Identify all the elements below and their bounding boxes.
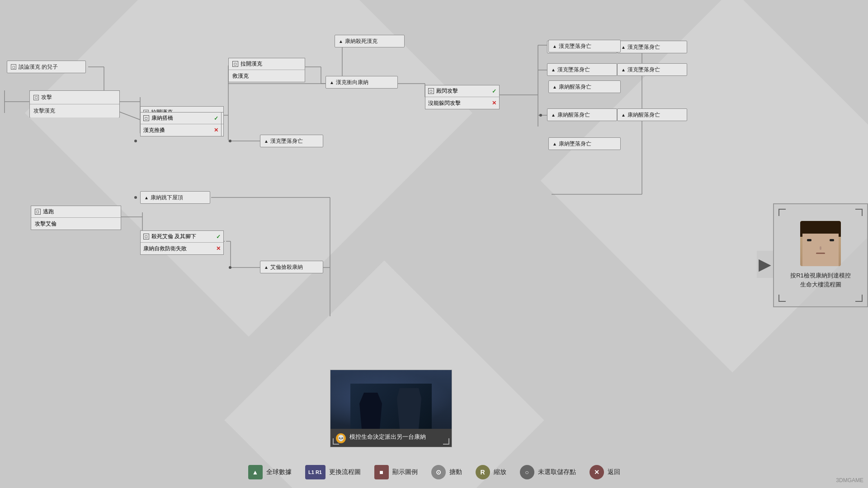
right-panel-text: 按R1檢視康納到達模控生命大樓流程圖 [790,271,851,290]
run-label: 逃跑 [43,208,54,216]
hank-toward-connor-label: 漢克衝向康納 [336,79,368,86]
node-attack-hank: 攻擊漢克 [30,104,119,117]
top-right-label: 漢克墜落身亡 [627,43,660,51]
svg-point-42 [134,140,137,142]
toolbar-item-push[interactable]: ⊙ 搪動 [431,465,462,479]
x-btn[interactable]: ✕ [590,465,604,479]
save-label: 未選取儲存點 [538,468,576,476]
node-run-attack: ◻ 逃跑 攻擊艾倫 [31,206,121,230]
push-label: 搪動 [449,468,462,476]
node-hank-kills-connor: ▲ 漢克墜落身亡 [260,135,323,147]
svg-point-45 [229,266,231,269]
toolbar: ▲ 全球數據 L1 R1 更換流程圖 ■ 顯示圖例 ⊙ 搪動 R 縮放 ○ 未選… [0,456,868,488]
hank-final-label: 漢克墜落身亡 [627,66,660,74]
node-attack: ◻ 攻擊 [30,91,119,104]
toolbar-item-legend[interactable]: ■ 顯示圖例 [374,465,418,479]
toolbar-item-stats[interactable]: ▲ 全球數據 [248,465,292,479]
node-elijah-kills: ▲ 艾倫搶殺康納 [260,261,323,273]
switch-label: 更換流程圖 [329,468,361,476]
bracket-tr [855,209,863,216]
connor-kills-hank-label: 康納殺死漢克 [345,38,377,45]
connor-final-label: 康納醒落身亡 [627,111,660,119]
watermark: 3DMGAME [836,477,863,483]
svg-point-44 [134,196,137,199]
svg-point-43 [229,140,231,142]
back-label: 返回 [608,468,620,476]
next-arrow[interactable]: ▶ [757,251,773,278]
rescue-label: 救漢克 [232,72,249,80]
node-hank-final: ▲ 漢克墜落身亡 [617,63,687,76]
connor-roof-label: 康納跳下屋頂 [151,194,183,202]
lr-btn[interactable]: L1 R1 [305,465,326,479]
kill-elijah-label: 殺死艾倫 及其腳下 [151,233,196,240]
stats-label: 全球數據 [266,468,292,476]
toolbar-item-save[interactable]: ○ 未選取儲存點 [520,465,576,479]
node-connor-final: ▲ 康納醒落身亡 [617,108,687,121]
popup-card: 💀 模控生命決定派出另一台康納 [330,370,452,447]
gang-attack-label: 殿閃攻擊 [436,87,458,95]
bracket-bl [778,295,786,302]
node-discuss-son: ◻ 談論漢克 的兒子 [7,61,86,73]
toolbar-item-zoom[interactable]: R 縮放 [476,465,506,479]
choice-node-1: ◻ 康納搭橋 ✓ 漢克推搡 ✕ [140,112,222,136]
node-connor-fall: ▲ 康納醒落身亡 [547,108,617,121]
node-connor-kills-hank: ▲ 康納殺死漢克 [335,35,405,47]
clock-btn[interactable]: ⊙ [431,465,446,479]
no-dodge-label: 沒能躲閃攻擊 [428,99,461,107]
open-hank-label: 拉開漢克 [241,60,262,68]
choice-node-kill-elijah: ◻ 殺死艾倫 及其腳下 ✓ 康納自救防衛失敗 ✕ [140,230,224,255]
svg-point-46 [539,114,542,117]
legend-label: 顯示圖例 [392,468,418,476]
node-connor-roof: ▲ 康納跳下屋頂 [140,191,210,204]
character-face [800,221,841,266]
triangle-btn[interactable]: ▲ [248,465,263,479]
popup-description: 模控生命決定派出另一台康納 [349,432,426,441]
right-panel: 按R1檢視康納到達模控生命大樓流程圖 [773,203,868,307]
node-discuss-son-label: 談論漢克 的兒子 [19,63,58,71]
node-hank-toward-connor: ▲ 漢克衝向康納 [326,76,398,89]
bracket-br [855,295,863,302]
bracket-tl [778,209,786,216]
circle-btn[interactable]: ○ [520,465,534,479]
self-defense-label: 康納自救防衛失敗 [143,245,187,253]
choice-node-gang: ◻ 殿閃攻擊 ✓ 沒能躲閃攻擊 ✕ [425,85,500,109]
toolbar-item-back[interactable]: ✕ 返回 [590,465,620,479]
choice-persuade-label: 康納搭橋 [151,114,173,122]
hank-kills-connor-label: 漢克墜落身亡 [270,137,303,145]
attack-elijah-label: 攻擊艾倫 [35,220,57,228]
choice-pushback-label: 漢克推搡 [143,127,165,134]
node-top-right: ▲ 漢克墜落身亡 [617,41,687,53]
right-col-nodes: ▲ 漢克墜落身亡 ▲ 康納醒落身亡 ▲ 康納墜落身亡 [548,40,621,78]
bg-diamond-1 [25,0,472,337]
connor-fall-label: 康納醒落身亡 [557,111,590,119]
square-btn[interactable]: ■ [374,465,389,479]
popup-text: 💀 模控生命決定派出另一台康納 [330,429,452,447]
elijah-kills-label: 艾倫搶殺康納 [270,263,303,271]
node-openrescue: ◻ 拉開漢克 救漢克 [228,58,305,82]
popup-image [330,370,452,429]
node-attack-group: ◻ 攻擊 攻擊漢克 [29,90,120,117]
r-btn[interactable]: R [476,465,490,479]
node-discuss-son-icon: ◻ [11,64,16,70]
toolbar-item-switch[interactable]: L1 R1 更換流程圖 [305,465,361,479]
zoom-label: 縮放 [494,468,506,476]
